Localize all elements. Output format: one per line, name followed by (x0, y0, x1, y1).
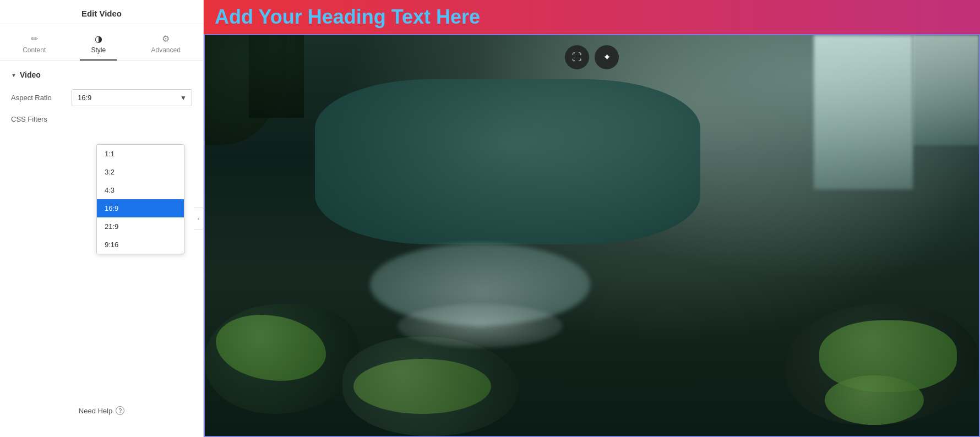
aspect-ratio-row: Aspect Ratio 16:9 ▼ (0, 85, 203, 111)
advanced-icon: ⚙ (162, 34, 170, 44)
video-section-header[interactable]: ▼ Video (0, 61, 203, 85)
rock-overlay (205, 35, 979, 436)
option-4-3[interactable]: 4:3 (97, 181, 184, 199)
left-panel: Edit Video ✏ Content ◑ Style ⚙ Advanced … (0, 0, 204, 437)
tab-advanced[interactable]: ⚙ Advanced (140, 29, 191, 61)
option-21-9[interactable]: 21:9 (97, 217, 184, 236)
aspect-ratio-label: Aspect Ratio (11, 94, 66, 102)
fullscreen-icon: ⛶ (572, 52, 582, 63)
need-help-link[interactable]: Need Help ? (0, 395, 203, 426)
css-filters-row: CSS Filters (0, 111, 203, 128)
tabs-row: ✏ Content ◑ Style ⚙ Advanced (0, 24, 203, 61)
floating-toolbar: ⛶ ✦ (565, 45, 619, 69)
tab-content[interactable]: ✏ Content (12, 29, 57, 61)
help-icon: ? (116, 406, 124, 415)
section-arrow-icon: ▼ (11, 72, 17, 78)
css-filters-label: CSS Filters (11, 115, 66, 123)
video-container: ⛶ ✦ (204, 34, 980, 437)
heading-text: Add Your Heading Text Here (215, 6, 480, 28)
sidebar-toggle[interactable]: ‹ (194, 207, 204, 230)
style-icon: ◑ (95, 34, 102, 44)
section-label: Video (20, 70, 41, 79)
aspect-ratio-select-wrapper: 16:9 ▼ (72, 89, 192, 106)
fullscreen-button[interactable]: ⛶ (565, 45, 589, 69)
chevron-left-icon: ‹ (198, 215, 200, 222)
option-9-16[interactable]: 9:16 (97, 236, 184, 254)
tab-content-label: Content (23, 46, 46, 54)
aspect-ratio-select[interactable]: 16:9 (72, 89, 192, 106)
need-help-label: Need Help (79, 407, 112, 415)
video-background (205, 35, 979, 436)
tab-style-label: Style (91, 46, 106, 54)
option-3-2[interactable]: 3:2 (97, 163, 184, 181)
sparkle-icon: ✦ (603, 51, 611, 63)
tab-style[interactable]: ◑ Style (80, 29, 117, 61)
sparkle-button[interactable]: ✦ (595, 45, 619, 69)
option-16-9[interactable]: 16:9 (97, 199, 184, 217)
aspect-ratio-dropdown: 1:1 3:2 4:3 16:9 21:9 9:16 (96, 144, 184, 254)
main-area: Add Your Heading Text Here (204, 0, 980, 437)
content-icon: ✏ (31, 34, 38, 44)
heading-bar: Add Your Heading Text Here (204, 0, 980, 34)
panel-title: Edit Video (0, 0, 203, 24)
tab-advanced-label: Advanced (151, 46, 180, 54)
option-1-1[interactable]: 1:1 (97, 145, 184, 163)
